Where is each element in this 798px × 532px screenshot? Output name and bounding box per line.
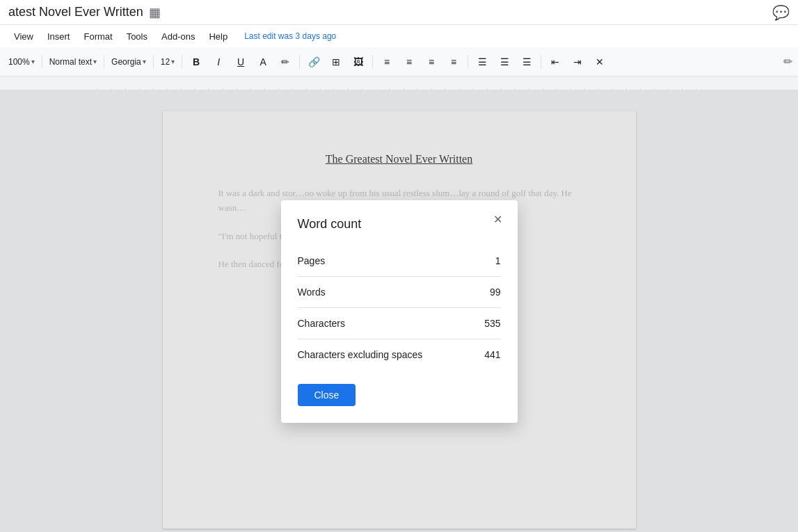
align-center-button[interactable]: ≡	[399, 52, 419, 72]
fontsize-chevron: ▾	[171, 58, 175, 65]
pencil-icon[interactable]: ✏	[783, 56, 792, 67]
separator-4	[182, 55, 182, 69]
stat-characters-value: 535	[484, 318, 500, 329]
stat-words-value: 99	[490, 287, 501, 298]
close-button[interactable]: Close	[298, 384, 356, 406]
link-button[interactable]: 🔗	[304, 52, 324, 72]
highlight-button[interactable]: ✏	[276, 52, 295, 72]
title-bar: atest Novel Ever Written ▦ 💬	[0, 0, 798, 25]
indent-more-button[interactable]: ⇥	[568, 52, 587, 72]
style-value: Normal text	[49, 57, 92, 67]
modal-actions: Close	[298, 384, 501, 406]
comment-icon[interactable]: 💬	[772, 4, 790, 21]
numbered-list2-button[interactable]: ☰	[495, 52, 514, 72]
stat-pages-value: 1	[495, 255, 501, 266]
indent-less-button[interactable]: ⇤	[545, 52, 565, 72]
italic-button[interactable]: I	[209, 52, 228, 72]
justify-button[interactable]: ≡	[444, 52, 463, 72]
stats-table: Pages 1 Words 99 Characters 535 Characte…	[298, 245, 501, 370]
bold-button[interactable]: B	[186, 52, 206, 72]
zoom-value: 100%	[8, 57, 30, 67]
last-edit: Last edit was 3 days ago	[244, 31, 336, 41]
font-chevron: ▾	[143, 58, 146, 65]
align-left-button[interactable]: ≡	[377, 52, 397, 72]
separator-6	[372, 55, 373, 69]
ruler-line	[97, 89, 701, 90]
fontsize-value: 12	[161, 57, 170, 67]
font-selector[interactable]: Georgia ▾	[109, 56, 149, 68]
modal-overlay: Word count ✕ Pages 1 Words 99 Characters…	[0, 90, 798, 532]
menu-bar: View Insert Format Tools Add-ons Help La…	[0, 25, 798, 47]
toolbar: 100% ▾ Normal text ▾ Georgia ▾ 12 ▾ B I …	[0, 47, 798, 76]
word-count-modal: Word count ✕ Pages 1 Words 99 Characters…	[281, 200, 518, 423]
zoom-chevron: ▾	[31, 58, 35, 65]
insert-image-button[interactable]: ⊞	[326, 52, 346, 72]
clear-format-button[interactable]: ✕	[590, 52, 609, 72]
doc-title[interactable]: atest Novel Ever Written	[8, 5, 143, 19]
style-chevron: ▾	[93, 58, 97, 65]
top-right-icons: 💬	[772, 4, 790, 21]
align-right-button[interactable]: ≡	[422, 52, 441, 72]
ruler	[0, 76, 798, 90]
stat-characters-label: Characters	[298, 318, 345, 329]
menu-format[interactable]: Format	[78, 29, 118, 45]
fontsize-selector[interactable]: 12 ▾	[158, 56, 177, 68]
separator-1	[42, 55, 42, 69]
menu-insert[interactable]: Insert	[42, 29, 76, 45]
menu-help[interactable]: Help	[203, 29, 233, 45]
stat-words: Words 99	[298, 277, 501, 308]
separator-5	[299, 55, 300, 69]
document-area: The Greatest Novel Ever Written It was a…	[0, 90, 798, 532]
stat-characters-no-spaces-value: 441	[484, 349, 500, 360]
style-selector[interactable]: Normal text ▾	[47, 56, 99, 68]
underline-button[interactable]: U	[231, 52, 250, 72]
separator-7	[468, 55, 468, 69]
stat-characters-no-spaces-label: Characters excluding spaces	[298, 349, 423, 360]
stat-characters: Characters 535	[298, 308, 501, 339]
insert-image2-button[interactable]: 🖼	[349, 52, 368, 72]
numbered-list-button[interactable]: ☰	[472, 52, 492, 72]
font-color-button[interactable]: A	[253, 52, 273, 72]
folder-icon: ▦	[149, 5, 161, 20]
menu-tools[interactable]: Tools	[121, 29, 153, 45]
menu-view[interactable]: View	[8, 29, 39, 45]
separator-3	[153, 55, 154, 69]
stat-characters-no-spaces: Characters excluding spaces 441	[298, 339, 501, 370]
modal-title: Word count	[298, 217, 501, 232]
bullet-list-button[interactable]: ☰	[517, 52, 536, 72]
stat-words-label: Words	[298, 287, 326, 298]
separator-2	[104, 55, 104, 69]
pencil-area: ✏	[783, 55, 792, 68]
zoom-selector[interactable]: 100% ▾	[6, 56, 38, 68]
stat-pages: Pages 1	[298, 245, 501, 277]
stat-pages-label: Pages	[298, 255, 326, 266]
modal-close-button[interactable]: ✕	[490, 211, 506, 228]
menu-addons[interactable]: Add-ons	[156, 29, 200, 45]
separator-8	[541, 55, 541, 69]
font-value: Georgia	[111, 57, 141, 67]
